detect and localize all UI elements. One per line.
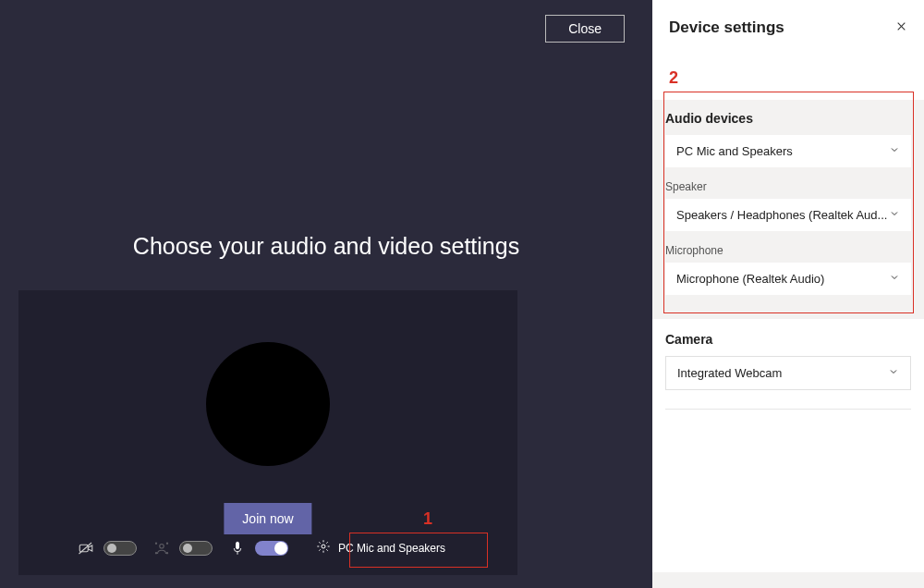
- close-button[interactable]: Close: [545, 15, 625, 43]
- audio-section-title: Audio devices: [665, 111, 911, 126]
- blur-toggle[interactable]: [179, 541, 213, 556]
- camera-section: Camera Integrated Webcam: [652, 319, 924, 409]
- audio-device-value: PC Mic and Speakers: [676, 144, 793, 158]
- background-blur-icon: [153, 540, 170, 557]
- speaker-label: Speaker: [665, 180, 911, 193]
- svg-point-3: [155, 543, 156, 544]
- chevron-down-icon: [888, 366, 899, 380]
- annotation-label-1: 1: [423, 509, 432, 529]
- avatar-placeholder: [206, 342, 330, 466]
- annotation-label-2: 2: [669, 68, 678, 88]
- speaker-value: Speakers / Headphones (Realtek Aud...: [676, 208, 887, 222]
- panel-title: Device settings: [669, 18, 784, 37]
- svg-rect-7: [236, 542, 238, 549]
- svg-point-5: [155, 552, 156, 553]
- join-now-button[interactable]: Join now: [224, 503, 311, 534]
- chevron-down-icon: [889, 272, 900, 286]
- speaker-dropdown[interactable]: Speakers / Headphones (Realtek Aud...: [665, 199, 911, 231]
- audio-device-dropdown[interactable]: PC Mic and Speakers: [665, 135, 911, 167]
- microphone-icon: [229, 540, 246, 557]
- microphone-toggle[interactable]: [255, 541, 288, 556]
- camera-section-title: Camera: [665, 332, 911, 347]
- camera-off-icon: [78, 540, 94, 557]
- camera-dropdown[interactable]: Integrated Webcam: [665, 356, 911, 390]
- page-title: Choose your audio and video settings: [0, 233, 652, 260]
- annotation-box-1: [349, 533, 488, 568]
- chevron-down-icon: [889, 208, 900, 222]
- microphone-value: Microphone (Realtek Audio): [676, 272, 824, 286]
- panel-bottom-spacer: [652, 415, 924, 572]
- device-settings-panel: Device settings 2 Audio devices PC Mic a…: [652, 0, 924, 588]
- svg-point-9: [322, 545, 325, 548]
- panel-header: Device settings: [652, 0, 924, 46]
- chevron-down-icon: [889, 144, 900, 158]
- svg-point-6: [166, 552, 167, 553]
- svg-point-4: [166, 543, 167, 544]
- gear-icon: [316, 539, 331, 557]
- audio-devices-section: Audio devices PC Mic and Speakers Speake…: [652, 100, 924, 312]
- svg-rect-0: [79, 545, 88, 552]
- panel-header-spacer: [652, 46, 924, 100]
- camera-value: Integrated Webcam: [677, 366, 782, 380]
- microphone-dropdown[interactable]: Microphone (Realtek Audio): [665, 263, 911, 295]
- close-panel-button[interactable]: [895, 20, 907, 35]
- camera-toggle[interactable]: [103, 541, 137, 556]
- svg-point-2: [160, 544, 164, 548]
- microphone-label: Microphone: [665, 244, 911, 257]
- prejoin-main: Close Choose your audio and video settin…: [0, 0, 652, 588]
